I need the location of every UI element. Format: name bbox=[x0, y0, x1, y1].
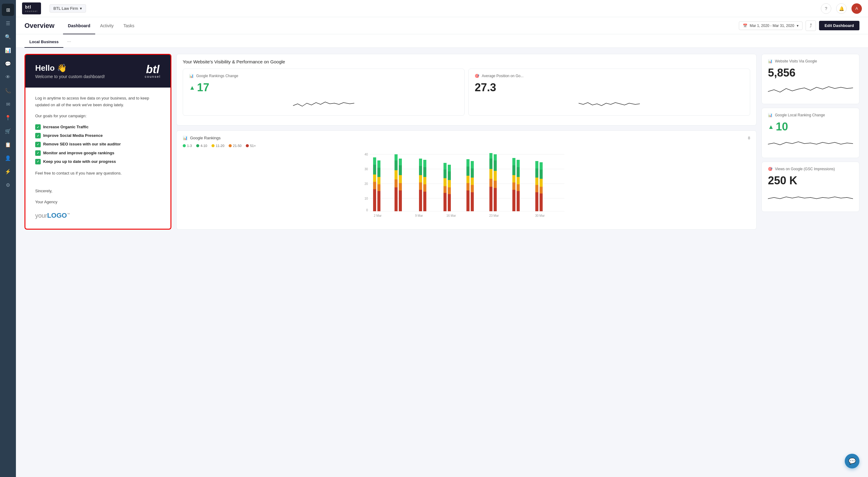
svg-rect-41 bbox=[443, 186, 446, 193]
svg-rect-22 bbox=[395, 170, 398, 179]
avatar-initials: A bbox=[856, 6, 858, 11]
goal-item: ✓ Keep you up to date with our progress bbox=[35, 158, 161, 165]
svg-rect-25 bbox=[399, 190, 402, 211]
svg-rect-26 bbox=[399, 183, 402, 190]
gsc-sparkline bbox=[768, 190, 853, 205]
welcome-subtitle: Welcome to your custom dashboard! bbox=[35, 74, 105, 79]
svg-rect-68 bbox=[494, 160, 497, 171]
svg-rect-53 bbox=[466, 167, 469, 176]
svg-rect-81 bbox=[535, 185, 538, 192]
tab-dashboard[interactable]: Dashboard bbox=[63, 18, 95, 34]
svg-rect-88 bbox=[539, 170, 542, 179]
page-title: Overview bbox=[25, 22, 55, 30]
svg-text:9 Mar: 9 Mar bbox=[415, 214, 423, 217]
sub-tab-local-business[interactable]: Local Business bbox=[25, 39, 63, 48]
svg-rect-24 bbox=[395, 154, 398, 160]
firm-selector[interactable]: BTL Law Firm ▾ bbox=[50, 4, 86, 12]
date-picker[interactable]: 📅 Mar 1, 2020 - Mar 31, 2020 ▾ bbox=[739, 22, 803, 30]
legend-dot-4-10 bbox=[196, 144, 199, 147]
svg-rect-75 bbox=[517, 191, 520, 211]
sidebar-cart[interactable]: 🛒 bbox=[2, 125, 14, 137]
rankings-count: 8 bbox=[748, 136, 750, 140]
welcome-body1: Log in anytime to access live data on yo… bbox=[35, 95, 161, 109]
svg-rect-30 bbox=[419, 190, 422, 211]
help-button[interactable]: ? bbox=[821, 3, 831, 14]
rankings-change-header: 📊 Google Rankings Change bbox=[189, 74, 458, 78]
page-header: Overview Dashboard Activity Tasks 📅 Mar … bbox=[16, 17, 868, 34]
svg-rect-33 bbox=[419, 166, 422, 175]
goal-item: ✓ Increase Organic Traffic bbox=[35, 124, 161, 130]
svg-rect-31 bbox=[419, 182, 422, 190]
sub-tab-more[interactable]: ··· bbox=[63, 39, 75, 48]
welcome-greeting: Hello 👋 bbox=[35, 63, 105, 73]
sidebar-chart[interactable]: 📊 bbox=[2, 44, 14, 56]
edit-dashboard-button[interactable]: Edit Dashboard bbox=[819, 21, 860, 30]
check-icon: ✓ bbox=[35, 159, 41, 165]
check-icon: ✓ bbox=[35, 124, 41, 130]
sidebar-menu[interactable]: ☰ bbox=[2, 17, 14, 29]
legend-dot-1-3 bbox=[183, 144, 186, 147]
svg-rect-45 bbox=[448, 194, 451, 211]
notifications-button[interactable]: 🔔 bbox=[836, 3, 846, 14]
svg-rect-13 bbox=[373, 165, 376, 175]
tab-tasks[interactable]: Tasks bbox=[119, 18, 139, 34]
svg-rect-12 bbox=[373, 175, 376, 182]
sidebar-settings[interactable]: ⚙ bbox=[2, 179, 14, 191]
local-ranking-label: Google Local Ranking Change bbox=[775, 113, 825, 117]
svg-rect-73 bbox=[513, 165, 516, 175]
website-visits-value: 5,856 bbox=[768, 66, 853, 79]
svg-rect-51 bbox=[466, 183, 469, 190]
rankings-change-value-row: ▲ 17 bbox=[189, 81, 458, 94]
svg-rect-43 bbox=[443, 170, 446, 178]
gsc-label: Views on Google (GSC Impressions) bbox=[775, 167, 835, 171]
visibility-metrics-row: 📊 Google Rankings Change ▲ 17 bbox=[183, 68, 750, 116]
svg-rect-57 bbox=[471, 178, 474, 185]
sidebar-location[interactable]: 📍 bbox=[2, 112, 14, 124]
chat-button[interactable]: 💬 bbox=[845, 454, 860, 469]
target-icon: 🎯 bbox=[768, 167, 773, 171]
avg-position-value: 27.3 bbox=[475, 81, 744, 94]
local-ranking-header: 📊 Google Local Ranking Change bbox=[768, 113, 853, 117]
page-tabs: Dashboard Activity Tasks bbox=[63, 17, 139, 34]
svg-rect-48 bbox=[448, 172, 451, 180]
svg-rect-36 bbox=[423, 184, 426, 192]
local-ranking-value-row: ▲ 10 bbox=[768, 120, 853, 133]
legend-dot-11-20 bbox=[212, 144, 215, 147]
avg-position-header: 🎯 Average Position on Go... bbox=[475, 74, 744, 78]
share-button[interactable]: ⤴ bbox=[806, 21, 816, 31]
sidebar-search[interactable]: 🔍 bbox=[2, 31, 14, 43]
rankings-chart-card: 📊 Google Rankings 8 1-3 4-10 bbox=[176, 130, 756, 230]
svg-rect-63 bbox=[489, 158, 492, 169]
svg-rect-72 bbox=[513, 175, 516, 182]
sidebar-phone[interactable]: 📞 bbox=[2, 85, 14, 97]
svg-rect-66 bbox=[494, 181, 497, 188]
legend-21-50: 21-50 bbox=[229, 144, 242, 148]
svg-text:0: 0 bbox=[366, 208, 368, 212]
sidebar: ⊞ ☰ 🔍 📊 💬 👁 📞 ✉ 📍 🛒 📋 👤 ⚡ ⚙ bbox=[0, 0, 16, 477]
svg-rect-20 bbox=[395, 187, 398, 211]
local-ranking-sparkline bbox=[768, 136, 853, 152]
website-visits-card: 📊 Website Visits Via Google 5,856 bbox=[762, 54, 860, 104]
sidebar-review[interactable]: 👁 bbox=[2, 71, 14, 83]
sub-tabs: Local Business ··· bbox=[16, 34, 868, 48]
topnav-right: ? 🔔 A bbox=[821, 3, 862, 14]
sidebar-mail[interactable]: ✉ bbox=[2, 98, 14, 110]
svg-rect-67 bbox=[494, 171, 497, 181]
sidebar-lightning[interactable]: ⚡ bbox=[2, 165, 14, 178]
svg-rect-29 bbox=[399, 158, 402, 165]
sidebar-report[interactable]: 📋 bbox=[2, 139, 14, 151]
bar-chart-icon: 📊 bbox=[768, 113, 773, 117]
sidebar-home[interactable]: ⊞ bbox=[2, 4, 14, 16]
svg-rect-34 bbox=[419, 158, 422, 166]
avatar[interactable]: A bbox=[851, 3, 862, 14]
svg-rect-50 bbox=[466, 190, 469, 211]
goal-label: Improve Social Media Presence bbox=[43, 132, 102, 139]
logo-tm: ™ bbox=[67, 212, 70, 216]
svg-rect-21 bbox=[395, 179, 398, 187]
svg-rect-55 bbox=[471, 192, 474, 211]
avg-position-card: 🎯 Average Position on Go... 27.3 bbox=[468, 68, 750, 116]
svg-rect-42 bbox=[443, 178, 446, 186]
sidebar-user[interactable]: 👤 bbox=[2, 152, 14, 164]
tab-activity[interactable]: Activity bbox=[95, 18, 119, 34]
sidebar-chat[interactable]: 💬 bbox=[2, 58, 14, 70]
